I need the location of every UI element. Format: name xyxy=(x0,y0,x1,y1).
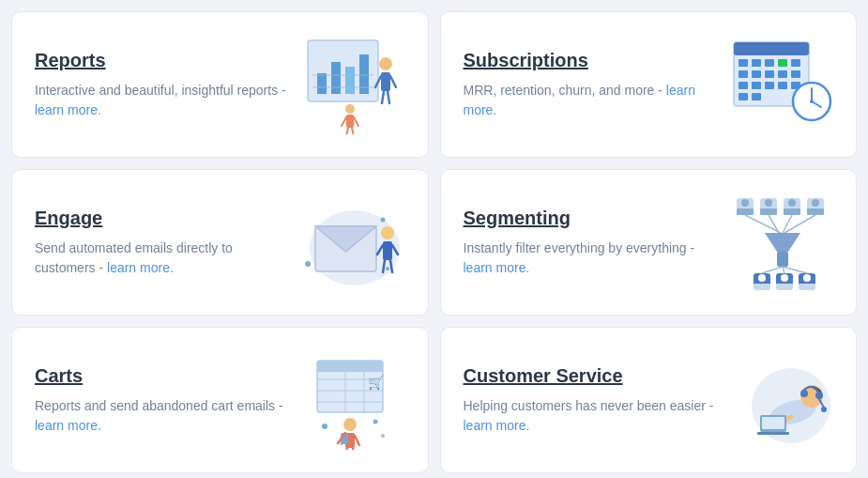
card-customer-service-link[interactable]: learn more. xyxy=(464,418,530,433)
feature-grid: Reports Interactive and beautiful, insig… xyxy=(11,11,857,473)
card-engage-desc: Send automated emails directly to custom… xyxy=(35,239,287,278)
svg-line-83 xyxy=(783,267,807,273)
svg-rect-56 xyxy=(737,208,754,215)
svg-rect-28 xyxy=(765,70,774,78)
svg-point-58 xyxy=(765,199,772,207)
svg-line-16 xyxy=(354,117,358,126)
svg-rect-22 xyxy=(752,59,761,67)
svg-rect-4 xyxy=(359,54,369,94)
card-carts-title: Carts xyxy=(35,365,287,387)
svg-marker-70 xyxy=(765,233,800,252)
card-engage-content: Engage Send automated emails directly to… xyxy=(35,208,297,278)
svg-rect-30 xyxy=(791,70,800,78)
svg-rect-26 xyxy=(739,70,748,78)
card-engage-title: Engage xyxy=(35,208,287,229)
svg-rect-77 xyxy=(776,284,793,290)
svg-rect-33 xyxy=(765,82,774,89)
svg-line-81 xyxy=(762,267,783,273)
svg-point-79 xyxy=(803,274,811,282)
card-carts-content: Carts Reports and send abandoned cart em… xyxy=(35,365,297,436)
card-customer-service-content: Customer Service Helping customers has n… xyxy=(464,365,725,436)
card-customer-service: Customer Service Helping customers has n… xyxy=(440,327,858,473)
card-segmenting-content: Segmenting Instantly filter everything b… xyxy=(464,208,725,278)
svg-line-100 xyxy=(345,448,347,450)
svg-rect-74 xyxy=(754,284,770,290)
svg-point-45 xyxy=(305,261,311,267)
card-segmenting-image xyxy=(724,191,837,294)
svg-rect-85 xyxy=(317,361,383,372)
svg-rect-25 xyxy=(791,59,800,67)
svg-line-17 xyxy=(346,128,348,134)
svg-point-73 xyxy=(758,274,766,282)
svg-point-111 xyxy=(800,390,808,397)
card-subscriptions-desc: MRR, retention, churn, and more - learn … xyxy=(464,81,716,120)
card-segmenting: Segmenting Instantly filter everything b… xyxy=(440,169,858,316)
card-subscriptions-title: Subscriptions xyxy=(464,50,716,71)
svg-point-46 xyxy=(381,217,386,222)
card-carts-link[interactable]: learn more. xyxy=(35,418,101,433)
svg-rect-1 xyxy=(317,73,327,94)
card-reports-desc: Interactive and beautiful, insightful re… xyxy=(35,81,287,120)
svg-rect-49 xyxy=(383,241,392,260)
card-segmenting-desc: Instantly filter everything by everythin… xyxy=(464,239,716,278)
svg-point-76 xyxy=(781,274,788,282)
card-engage: Engage Send automated emails directly to… xyxy=(11,169,429,316)
card-engage-link[interactable]: learn more. xyxy=(107,260,174,275)
svg-point-13 xyxy=(345,104,355,114)
card-customer-service-image xyxy=(724,348,837,452)
card-carts: Carts Reports and send abandoned cart em… xyxy=(11,327,429,473)
svg-point-48 xyxy=(381,226,394,239)
svg-rect-3 xyxy=(345,67,355,94)
svg-point-92 xyxy=(343,418,357,431)
svg-rect-80 xyxy=(799,284,815,290)
svg-point-7 xyxy=(379,57,392,70)
svg-rect-27 xyxy=(752,70,761,78)
svg-point-102 xyxy=(322,424,327,429)
card-reports-title: Reports xyxy=(35,50,287,71)
card-subscriptions: Subscriptions MRR, retention, churn, and… xyxy=(440,11,858,158)
card-reports-image xyxy=(297,33,409,136)
svg-rect-34 xyxy=(778,82,787,89)
card-carts-desc: Reports and send abandoned cart emails -… xyxy=(35,396,287,436)
svg-rect-24 xyxy=(778,59,787,67)
svg-text:🛒: 🛒 xyxy=(368,375,385,391)
svg-point-114 xyxy=(821,407,827,412)
svg-rect-62 xyxy=(784,208,800,215)
svg-rect-59 xyxy=(760,208,777,215)
svg-line-69 xyxy=(784,215,815,233)
card-carts-image: 🛒 xyxy=(297,348,409,452)
svg-rect-29 xyxy=(778,70,787,78)
svg-line-15 xyxy=(342,117,346,126)
card-reports-content: Reports Interactive and beautiful, insig… xyxy=(35,50,297,120)
svg-line-11 xyxy=(382,91,384,103)
svg-line-12 xyxy=(388,91,389,103)
card-engage-image xyxy=(297,191,409,294)
svg-point-61 xyxy=(788,199,796,207)
svg-line-68 xyxy=(783,215,792,233)
card-subscriptions-link[interactable]: learn more. xyxy=(464,83,695,117)
svg-rect-21 xyxy=(739,59,748,67)
card-subscriptions-content: Subscriptions MRR, retention, churn, and… xyxy=(464,50,725,120)
svg-rect-8 xyxy=(381,72,390,91)
svg-rect-71 xyxy=(777,252,788,267)
card-reports-link[interactable]: learn more. xyxy=(35,102,101,117)
svg-line-66 xyxy=(745,215,781,233)
svg-line-18 xyxy=(352,128,354,134)
card-customer-service-desc: Helping customers has never been easier … xyxy=(464,396,716,436)
svg-rect-20 xyxy=(734,42,809,55)
svg-rect-14 xyxy=(346,115,354,128)
svg-rect-109 xyxy=(762,417,784,429)
card-segmenting-title: Segmenting xyxy=(464,208,716,229)
svg-rect-110 xyxy=(757,432,789,435)
svg-rect-65 xyxy=(807,208,824,215)
svg-point-112 xyxy=(815,392,823,399)
svg-line-101 xyxy=(353,448,355,450)
svg-point-47 xyxy=(386,267,389,270)
svg-point-64 xyxy=(812,199,819,207)
card-segmenting-link[interactable]: learn more. xyxy=(464,260,530,275)
svg-rect-23 xyxy=(765,59,774,67)
svg-line-10 xyxy=(390,76,396,87)
svg-rect-36 xyxy=(739,93,748,100)
svg-rect-31 xyxy=(739,82,748,89)
card-reports: Reports Interactive and beautiful, insig… xyxy=(11,11,429,158)
